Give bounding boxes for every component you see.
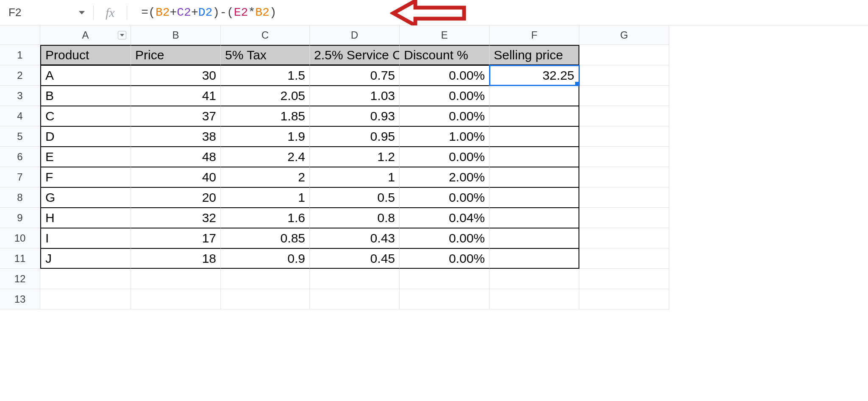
cell-C4[interactable]: 1.85 <box>221 106 310 126</box>
row-header-8[interactable]: 8 <box>0 187 40 208</box>
column-header-C[interactable]: C <box>221 25 310 45</box>
cell-B3[interactable]: 41 <box>131 86 221 106</box>
cell-A4[interactable]: C <box>40 106 131 126</box>
cell-G8[interactable] <box>579 187 669 208</box>
cell-G7[interactable] <box>579 167 669 187</box>
cell-B9[interactable]: 32 <box>131 208 221 228</box>
cell-G2[interactable] <box>579 65 669 86</box>
cell-D6[interactable]: 1.2 <box>310 147 400 167</box>
cell-G12[interactable] <box>579 269 669 289</box>
cell-A8[interactable]: G <box>40 187 131 208</box>
row-header-11[interactable]: 11 <box>0 248 40 269</box>
column-header-G[interactable]: G <box>579 25 669 45</box>
row-header-7[interactable]: 7 <box>0 167 40 187</box>
cell-A9[interactable]: H <box>40 208 131 228</box>
row-header-4[interactable]: 4 <box>0 106 40 126</box>
cell-E3[interactable]: 0.00% <box>400 86 490 106</box>
cell-E6[interactable]: 0.00% <box>400 147 490 167</box>
cell-A5[interactable]: D <box>40 126 131 147</box>
cell-B12[interactable] <box>131 269 221 289</box>
cell-A6[interactable]: E <box>40 147 131 167</box>
cell-B10[interactable]: 17 <box>131 228 221 248</box>
cell-D10[interactable]: 0.43 <box>310 228 400 248</box>
header-cell-A[interactable]: Product <box>40 45 131 65</box>
cell-E13[interactable] <box>400 289 490 309</box>
cell-C2[interactable]: 1.5 <box>221 65 310 86</box>
header-cell-C[interactable]: 5% Tax <box>221 45 310 65</box>
column-dropdown-icon[interactable] <box>118 31 126 39</box>
name-box[interactable]: F2 <box>0 0 93 25</box>
cell-B5[interactable]: 38 <box>131 126 221 147</box>
cell-G5[interactable] <box>579 126 669 147</box>
cell-C11[interactable]: 0.9 <box>221 248 310 269</box>
cell-D8[interactable]: 0.5 <box>310 187 400 208</box>
cell-C10[interactable]: 0.85 <box>221 228 310 248</box>
cell-G10[interactable] <box>579 228 669 248</box>
cell-A3[interactable]: B <box>40 86 131 106</box>
cell-F9[interactable] <box>490 208 579 228</box>
spreadsheet-grid[interactable]: ABCDEFG1ProductPrice5% Tax2.5% Service C… <box>0 25 868 309</box>
row-header-1[interactable]: 1 <box>0 45 40 65</box>
column-header-F[interactable]: F <box>490 25 579 45</box>
cell-B7[interactable]: 40 <box>131 167 221 187</box>
row-header-12[interactable]: 12 <box>0 269 40 289</box>
column-header-E[interactable]: E <box>400 25 490 45</box>
cell-D13[interactable] <box>310 289 400 309</box>
cell-A13[interactable] <box>40 289 131 309</box>
cell-C9[interactable]: 1.6 <box>221 208 310 228</box>
cell-G1[interactable] <box>579 45 669 65</box>
cell-G9[interactable] <box>579 208 669 228</box>
cell-G3[interactable] <box>579 86 669 106</box>
cell-E11[interactable]: 0.00% <box>400 248 490 269</box>
cell-F13[interactable] <box>490 289 579 309</box>
cell-C7[interactable]: 2 <box>221 167 310 187</box>
cell-B11[interactable]: 18 <box>131 248 221 269</box>
cell-F10[interactable] <box>490 228 579 248</box>
cell-D11[interactable]: 0.45 <box>310 248 400 269</box>
cell-G6[interactable] <box>579 147 669 167</box>
column-header-B[interactable]: B <box>131 25 221 45</box>
cell-D4[interactable]: 0.93 <box>310 106 400 126</box>
cell-A2[interactable]: A <box>40 65 131 86</box>
cell-D9[interactable]: 0.8 <box>310 208 400 228</box>
fx-icon[interactable]: fx <box>94 6 127 20</box>
cell-D3[interactable]: 1.03 <box>310 86 400 106</box>
row-header-10[interactable]: 10 <box>0 228 40 248</box>
row-header-13[interactable]: 13 <box>0 289 40 309</box>
header-cell-F[interactable]: Selling price <box>490 45 579 65</box>
name-box-dropdown-icon[interactable] <box>79 11 85 14</box>
cell-A10[interactable]: I <box>40 228 131 248</box>
cell-D7[interactable]: 1 <box>310 167 400 187</box>
cell-B6[interactable]: 48 <box>131 147 221 167</box>
cell-E12[interactable] <box>400 269 490 289</box>
header-cell-B[interactable]: Price <box>131 45 221 65</box>
cell-G4[interactable] <box>579 106 669 126</box>
cell-A7[interactable]: F <box>40 167 131 187</box>
cell-C8[interactable]: 1 <box>221 187 310 208</box>
cell-E10[interactable]: 0.00% <box>400 228 490 248</box>
header-cell-D[interactable]: 2.5% Service Charge <box>310 45 400 65</box>
cell-G13[interactable] <box>579 289 669 309</box>
column-header-A[interactable]: A <box>40 25 131 45</box>
row-header-3[interactable]: 3 <box>0 86 40 106</box>
cell-D5[interactable]: 0.95 <box>310 126 400 147</box>
cell-E8[interactable]: 0.00% <box>400 187 490 208</box>
cell-C3[interactable]: 2.05 <box>221 86 310 106</box>
row-header-5[interactable]: 5 <box>0 126 40 147</box>
column-header-D[interactable]: D <box>310 25 400 45</box>
row-header-2[interactable]: 2 <box>0 65 40 86</box>
cell-B2[interactable]: 30 <box>131 65 221 86</box>
cell-B13[interactable] <box>131 289 221 309</box>
cell-F12[interactable] <box>490 269 579 289</box>
cell-C6[interactable]: 2.4 <box>221 147 310 167</box>
cell-D12[interactable] <box>310 269 400 289</box>
cell-E4[interactable]: 0.00% <box>400 106 490 126</box>
cell-E2[interactable]: 0.00% <box>400 65 490 86</box>
cell-F3[interactable] <box>490 86 579 106</box>
cell-F11[interactable] <box>490 248 579 269</box>
header-cell-E[interactable]: Discount % <box>400 45 490 65</box>
cell-B4[interactable]: 37 <box>131 106 221 126</box>
row-header-6[interactable]: 6 <box>0 147 40 167</box>
cell-F2[interactable]: 32.25 <box>490 65 579 86</box>
cell-A12[interactable] <box>40 269 131 289</box>
